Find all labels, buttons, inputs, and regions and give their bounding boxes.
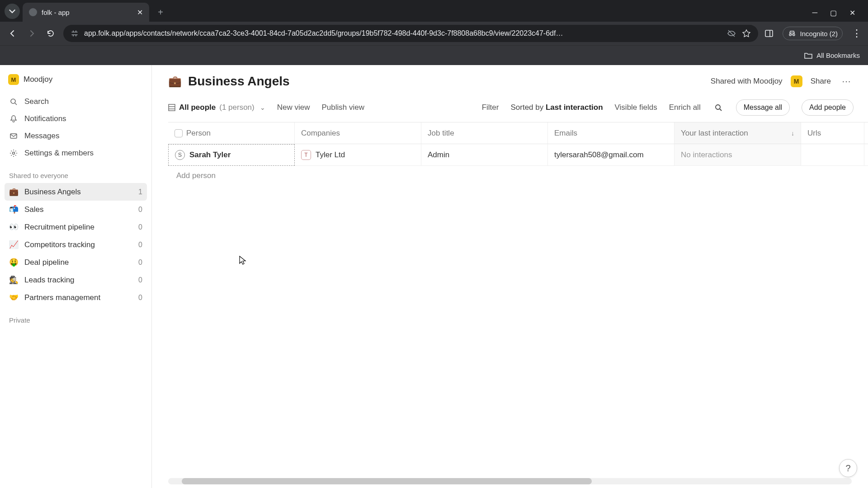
favicon-icon [29,8,37,16]
group-label: Competitors tracking [24,240,95,249]
group-label: Sales [24,205,44,214]
sidebar-section-private: Private [5,316,147,328]
star-icon[interactable] [742,29,751,38]
add-people-button[interactable]: Add people [802,99,854,116]
sidebar-group-item[interactable]: 🤑 Deal pipeline 0 [5,253,147,271]
column-header-companies[interactable]: Companies [295,122,421,144]
horizontal-scrollbar[interactable] [168,478,852,484]
group-label: Partners management [24,293,100,302]
sidebar-group-item[interactable]: 📈 Competitors tracking 0 [5,236,147,253]
group-count: 0 [138,258,142,267]
tab-search-button[interactable] [5,4,20,19]
group-count: 0 [138,276,142,284]
sidebar: M Moodjoy Search Notifications Messages [0,65,152,488]
svg-point-9 [716,105,720,109]
sidebar-messages[interactable]: Messages [5,127,147,145]
arrow-right-icon [27,29,36,38]
cell-person[interactable]: S Sarah Tyler [168,144,295,166]
company-badge: T [301,150,311,160]
sidebar-group-item[interactable]: 👀 Recruitment pipeline 0 [5,218,147,236]
browser-chrome: folk - app ✕ + ─ ▢ ✕ app.folk.app/apps/c… [0,0,868,65]
minimize-button[interactable]: ─ [812,9,817,17]
sidebar-group-item[interactable]: 🕵️ Leads tracking 0 [5,271,147,289]
group-label: Business Angels [24,188,81,197]
group-count: 0 [138,294,142,302]
cell-company[interactable]: T Tyler Ltd [295,144,421,166]
close-window-button[interactable]: ✕ [849,9,855,17]
eye-off-icon[interactable] [726,28,736,38]
page-title: Business Angels [188,74,290,89]
visible-fields-button[interactable]: Visible fields [615,103,657,112]
search-icon [9,97,18,106]
browser-tab[interactable]: folk - app ✕ [23,3,149,22]
tab-bar: folk - app ✕ + ─ ▢ ✕ [0,0,868,22]
publish-view-button[interactable]: Publish view [321,103,364,112]
column-header-person[interactable]: Person [168,122,295,144]
group-emoji: 📈 [9,240,19,249]
add-person-button[interactable]: Add person [168,166,868,186]
sidebar-group-item[interactable]: 🤝 Partners management 0 [5,289,147,306]
browser-menu-button[interactable]: ⋮ [852,28,862,39]
shared-with-label[interactable]: Shared with Moodjoy [711,77,783,86]
column-header-job-title[interactable]: Job title [421,122,548,144]
back-button[interactable] [6,27,19,40]
workspace-name: Moodjoy [24,75,52,84]
cell-job-title[interactable]: Admin [421,144,548,166]
forward-button[interactable] [25,27,38,40]
sidebar-group-item[interactable]: 💼 Business Angels 1 [5,183,147,201]
all-bookmarks-link[interactable]: All Bookmarks [816,52,860,59]
app-root: M Moodjoy Search Notifications Messages [0,65,868,488]
maximize-button[interactable]: ▢ [830,9,837,17]
column-header-last-interaction[interactable]: Your last interaction ↓ [675,122,801,144]
sidebar-item-label: Notifications [24,114,66,123]
address-bar: app.folk.app/apps/contacts/network/ccaa7… [0,22,868,45]
url-text: app.folk.app/apps/contacts/network/ccaa7… [84,29,721,38]
svg-rect-4 [10,134,17,138]
shared-with-badge: M [791,75,802,87]
new-tab-button[interactable]: + [153,5,168,20]
sidebar-item-label: Settings & members [24,149,94,158]
incognito-indicator[interactable]: Incognito (2) [783,27,843,40]
cell-urls[interactable] [801,144,864,166]
sort-button[interactable]: Sorted by Last interaction [510,103,603,112]
site-settings-icon[interactable] [71,29,79,38]
more-menu-button[interactable]: ⋯ [839,74,854,89]
new-view-button[interactable]: New view [277,103,310,112]
select-all-checkbox[interactable] [175,129,183,137]
svg-rect-0 [765,30,773,37]
table-scroll[interactable]: Person Companies Job title Emails Your l… [152,122,868,488]
view-toolbar: All people (1 person) ⌄ New view Publish… [152,97,868,122]
sidebar-search[interactable]: Search [5,93,147,110]
table-icon [168,104,175,111]
scrollbar-thumb[interactable] [182,478,592,484]
group-emoji: 📬 [9,205,19,214]
view-picker[interactable]: All people (1 person) ⌄ [168,103,265,112]
column-header-emails[interactable]: Emails [548,122,675,144]
add-column-button[interactable]: + [864,122,868,144]
tab-close-button[interactable]: ✕ [137,8,143,17]
data-table: Person Companies Job title Emails Your l… [168,122,868,186]
workspace-badge: M [8,74,19,85]
sidebar-group-item[interactable]: 📬 Sales 0 [5,201,147,218]
search-in-view-button[interactable] [712,102,724,113]
group-emoji: 🕵️ [9,275,19,285]
reload-button[interactable] [44,27,57,40]
sidebar-notifications[interactable]: Notifications [5,110,147,127]
workspace-switcher[interactable]: M Moodjoy [5,71,147,88]
filter-button[interactable]: Filter [482,103,499,112]
share-button[interactable]: Share [811,77,831,86]
help-button[interactable]: ? [839,459,857,477]
message-all-button[interactable]: Message all [736,99,790,116]
group-count: 0 [138,223,142,231]
sidebar-settings[interactable]: Settings & members [5,145,147,162]
column-header-urls[interactable]: Urls [801,122,864,144]
url-input[interactable]: app.folk.app/apps/contacts/network/ccaa7… [63,25,758,42]
svg-rect-6 [169,104,175,111]
cell-last-interaction[interactable]: No interactions [675,144,801,166]
group-emoji: 🤑 [9,258,19,267]
enrich-all-button[interactable]: Enrich all [669,103,701,112]
group-emoji: 💼 [9,187,19,197]
side-panel-icon[interactable] [764,29,774,38]
person-name: Sarah Tyler [189,150,231,160]
cell-email[interactable]: tylersarah508@gmail.com [548,144,675,166]
